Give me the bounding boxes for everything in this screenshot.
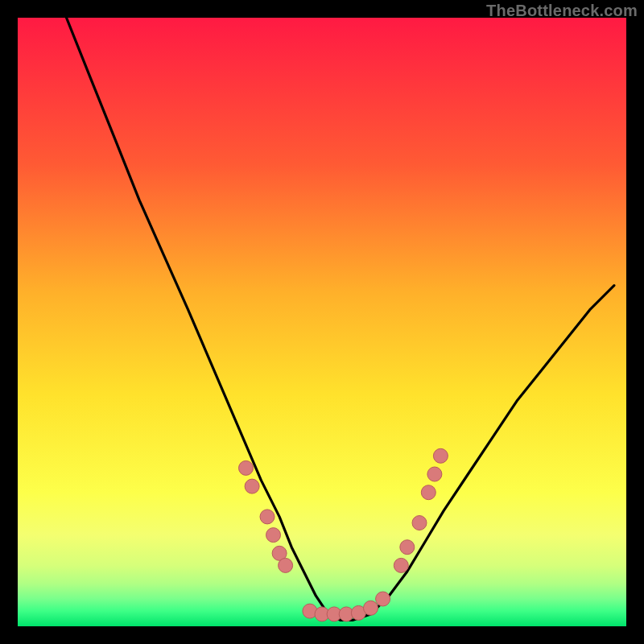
data-marker bbox=[394, 558, 408, 572]
data-marker bbox=[239, 460, 254, 475]
data-marker bbox=[412, 516, 427, 530]
data-marker bbox=[245, 479, 259, 493]
data-marker bbox=[260, 510, 275, 524]
data-marker bbox=[266, 528, 281, 543]
data-marker bbox=[376, 592, 390, 606]
data-marker bbox=[433, 448, 448, 463]
data-marker bbox=[364, 601, 378, 615]
watermark-text: TheBottleneck.com bbox=[486, 2, 638, 20]
data-marker bbox=[279, 558, 293, 572]
gradient-background bbox=[18, 18, 626, 626]
data-marker bbox=[427, 467, 442, 481]
data-marker bbox=[421, 485, 436, 500]
chart-svg bbox=[18, 18, 626, 626]
chart-frame bbox=[18, 18, 626, 626]
data-marker bbox=[400, 540, 415, 555]
